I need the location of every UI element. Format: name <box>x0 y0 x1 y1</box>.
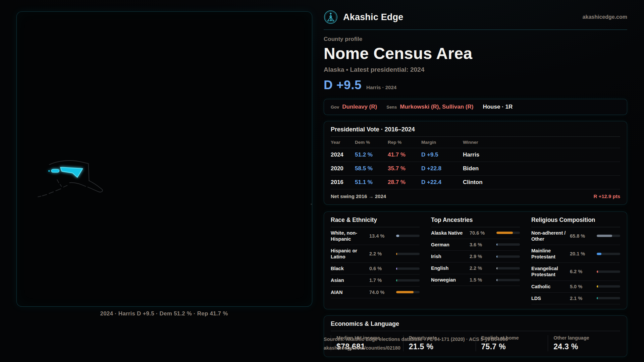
vote-card-title: Presidential Vote · 2016–2024 <box>331 126 620 137</box>
economics-card-title: Economics & Language <box>331 320 620 331</box>
demo-bar-fill <box>496 279 497 281</box>
vote-year: 2024 <box>331 152 355 158</box>
senators-group: Sens Murkowski (R), Sullivan (R) <box>386 104 473 110</box>
demo-row: Non-adherent / Other65.8 % <box>531 227 620 245</box>
demo-value: 5.0 % <box>570 284 594 289</box>
site-header: Akashic Edge akashicedge.com <box>324 10 627 30</box>
demo-bar <box>396 235 420 237</box>
sources-line: Sources: Akashic Edge elections database… <box>324 336 579 343</box>
demo-label: German <box>431 242 467 248</box>
demo-bar <box>496 243 520 246</box>
presidential-vote-card: Presidential Vote · 2016–2024 YearDem %R… <box>324 121 627 205</box>
demo-value: 65.8 % <box>570 233 594 239</box>
demo-bar-fill <box>496 243 497 246</box>
demo-label: Catholic <box>531 284 567 290</box>
vote-col-header: Margin <box>421 140 463 145</box>
demo-bar-fill <box>496 267 497 269</box>
race-rows: White, non-Hispanic13.4 %Hispanic or Lat… <box>331 227 420 298</box>
vote-winner: Harris <box>463 152 620 158</box>
demo-row: Hispanic or Latino2.2 % <box>331 245 420 263</box>
site-domain-link[interactable]: akashicedge.com <box>583 14 627 20</box>
vote-rep-pct: 28.7 % <box>388 179 421 186</box>
sens-label: Sens <box>386 105 397 110</box>
vote-table-body: 202451.2 %41.7 %D +9.5Harris202058.5 %35… <box>331 148 620 189</box>
demographics-card: Race & Ethnicity White, non-Hispanic13.4… <box>324 212 627 309</box>
demo-label: AIAN <box>331 289 367 295</box>
vote-table-row: 201651.1 %28.7 %D +22.4Clinton <box>331 176 620 189</box>
demo-value: 13.4 % <box>369 233 393 239</box>
demo-label: Norwegian <box>431 277 467 283</box>
demo-bar <box>597 235 620 237</box>
vote-table-row: 202058.5 %35.7 %D +22.8Biden <box>331 162 620 176</box>
gov-name: Dunleavy (R) <box>342 104 377 110</box>
eyebrow-label: County profile <box>324 36 627 43</box>
demo-value: 3.6 % <box>470 242 494 247</box>
demo-row: LDS2.1 % <box>531 293 620 304</box>
county-map-panel[interactable] <box>16 11 312 307</box>
demo-value: 2.2 % <box>369 251 393 256</box>
vote-col-header: Winner <box>463 140 620 145</box>
demo-bar-fill <box>396 267 397 270</box>
demo-value: 1.5 % <box>470 277 494 283</box>
demo-row: Norwegian1.5 % <box>431 274 520 286</box>
vote-year: 2020 <box>331 165 355 172</box>
page-footer: Sources: Akashic Edge elections database… <box>324 336 579 352</box>
margin-hero: D +9.5 Harris · 2024 <box>324 78 627 92</box>
alaska-map[interactable] <box>17 12 312 306</box>
gov-label: Gov <box>331 105 339 110</box>
vote-table-row: 202451.2 %41.7 %D +9.5Harris <box>331 148 620 162</box>
demo-row: Alaska Native70.6 % <box>431 227 520 239</box>
demo-row: Mainline Protestant20.1 % <box>531 245 620 263</box>
demo-bar-fill <box>597 253 601 255</box>
demo-value: 1.7 % <box>369 278 393 283</box>
brand-name: Akashic Edge <box>343 12 403 22</box>
net-swing-value: R +12.9 pts <box>593 193 620 199</box>
aleutian-specks <box>311 177 312 206</box>
vote-col-header: Rep % <box>388 140 421 145</box>
ancestries-section-title: Top Ancestries <box>431 217 520 227</box>
demo-row: AIAN74.0 % <box>331 287 420 298</box>
permalink-line[interactable]: akashicedge.com/counties/02180 <box>324 345 579 352</box>
demo-row: White, non-Hispanic13.4 % <box>331 227 420 245</box>
demo-row: Evangelical Protestant6.2 % <box>531 263 620 281</box>
vote-dem-pct: 58.5 % <box>355 165 388 172</box>
demo-bar <box>496 267 520 269</box>
demo-bar-fill <box>396 291 414 293</box>
demo-value: 2.9 % <box>470 254 494 259</box>
vote-rep-pct: 35.7 % <box>388 165 421 172</box>
demo-row: Black0.6 % <box>331 263 420 275</box>
vote-winner: Clinton <box>463 179 620 186</box>
demo-label: Hispanic or Latino <box>331 248 367 260</box>
demo-bar-fill <box>496 255 497 258</box>
race-ethnicity-section: Race & Ethnicity White, non-Hispanic13.4… <box>331 217 420 304</box>
demo-bar <box>597 270 620 273</box>
demo-bar <box>396 279 420 282</box>
house-delegation: House · 1R <box>483 104 513 110</box>
vote-rep-pct: 41.7 % <box>388 152 421 158</box>
demo-label: Asian <box>331 277 367 283</box>
demo-bar <box>496 279 520 281</box>
demo-bar <box>597 253 620 255</box>
demo-label: White, non-Hispanic <box>331 230 367 242</box>
race-section-title: Race & Ethnicity <box>331 217 420 227</box>
demo-value: 20.1 % <box>570 251 594 256</box>
religion-section-title: Religious Composition <box>531 217 620 227</box>
demographics-grid: Race & Ethnicity White, non-Hispanic13.4… <box>331 217 620 304</box>
demo-value: 2.2 % <box>470 265 494 271</box>
demo-bar-fill <box>396 279 397 282</box>
religion-rows: Non-adherent / Other65.8 %Mainline Prote… <box>531 227 620 304</box>
demo-bar-fill <box>597 270 598 273</box>
vote-dem-pct: 51.2 % <box>355 152 388 158</box>
margin-value: D +9.5 <box>324 78 362 92</box>
demo-bar <box>396 291 420 293</box>
vote-margin: D +22.8 <box>421 165 463 172</box>
demo-row: Asian1.7 % <box>331 275 420 286</box>
state-subtitle: Alaska • Latest presidential: 2024 <box>324 66 627 73</box>
nome-census-area-shape[interactable] <box>48 167 83 177</box>
map-caption: 2024 · Harris D +9.5 · Dem 51.2 % · Rep … <box>16 310 312 317</box>
officials-bar: Gov Dunleavy (R) Sens Murkowski (R), Sul… <box>324 99 627 115</box>
demo-bar <box>496 255 520 258</box>
demo-value: 6.2 % <box>570 269 594 274</box>
demo-bar-fill <box>496 232 513 234</box>
akashic-emblem-icon <box>324 10 338 24</box>
